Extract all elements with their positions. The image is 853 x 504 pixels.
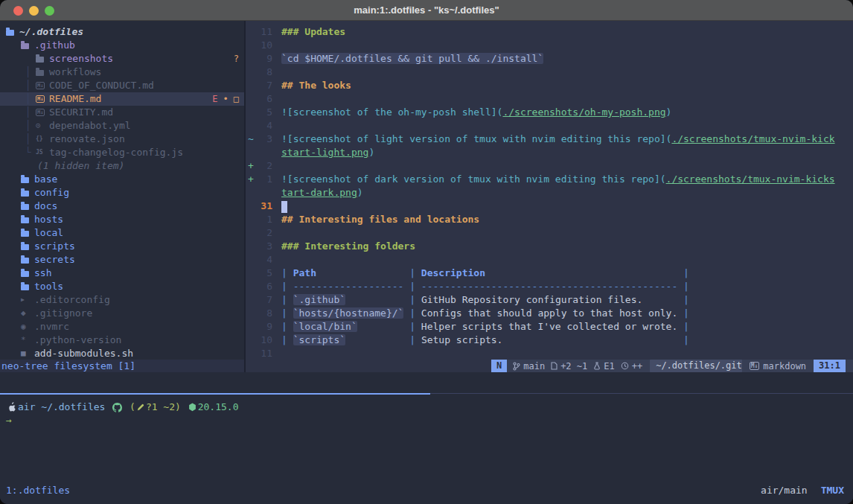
editor-line[interactable]: 11### Updates	[246, 25, 853, 39]
tree-item-ssh[interactable]: ssh	[0, 267, 246, 280]
folder-icon	[21, 216, 33, 223]
gutter-sign	[246, 92, 256, 106]
tree-item-editorconfig[interactable]: ▶.editorconfig	[0, 293, 246, 307]
tree-item-nvmrc[interactable]: ◉.nvmrc	[0, 320, 246, 334]
line-text: ### Updates	[272, 25, 345, 39]
editor-line[interactable]: 9`cd $HOME/.dotfiles && git pull && ./in…	[246, 52, 853, 66]
maximize-icon[interactable]	[45, 6, 54, 16]
line-text	[272, 66, 281, 79]
line-number: 8	[256, 307, 272, 320]
editor-line[interactable]: +1![screenshot of dark version of tmux w…	[246, 173, 853, 186]
git-status-open: (	[130, 401, 135, 414]
line-number: 6	[256, 92, 272, 106]
node-icon	[188, 403, 197, 412]
tree-item-secrets[interactable]: secrets	[0, 253, 246, 267]
editor-line[interactable]: 9| `local/bin` | Helper scripts that I'v…	[246, 320, 853, 334]
tmux-session-label: air/main	[761, 484, 808, 497]
editor-line[interactable]: 10	[246, 39, 853, 52]
line-text	[272, 119, 281, 133]
tree-item-security-md[interactable]: │M↓SECURITY.md	[0, 106, 246, 119]
editor-line[interactable]: 7| `.github` | GitHub Repository configu…	[246, 293, 853, 307]
editor-line[interactable]: 8	[246, 66, 853, 79]
editor-line[interactable]: 6| ------------------- | ---------------…	[246, 280, 853, 293]
current-directory: ~/.dotfiles	[41, 401, 105, 414]
tree-item-label: local	[34, 226, 63, 240]
gutter-sign	[246, 347, 256, 360]
editor-line[interactable]: 3### Interesting folders	[246, 240, 853, 253]
node-version-icon: ◉	[21, 320, 33, 334]
indent-guide: │	[25, 133, 36, 146]
tmux-status-bar: 1:.dotfiles air/main TMUX	[0, 479, 853, 504]
tree-item-docs[interactable]: docs	[0, 200, 246, 213]
tree-item-renovate-json[interactable]: │{}renovate.json	[0, 133, 246, 146]
editor-line[interactable]: 8| `hosts/{hostname}/` | Configs that sh…	[246, 307, 853, 320]
git-status-close: )	[175, 401, 181, 414]
shell-pane[interactable]: air ~/.dotfiles ( ?1 ~2 )	[0, 395, 853, 479]
tree-item-gitignore[interactable]: ◆.gitignore	[0, 307, 246, 320]
command-line-area	[0, 372, 853, 393]
editor-line[interactable]: +2	[246, 159, 853, 173]
line-text: | `scripts` | Setup scripts. |	[272, 334, 689, 347]
braces-icon: {}	[36, 133, 48, 146]
tree-item-python-version[interactable]: *.python-version	[0, 334, 246, 347]
gutter-sign	[246, 186, 256, 200]
tree-item-dotfiles[interactable]: ~/.dotfiles	[0, 25, 246, 39]
tmux-window-label[interactable]: 1:.dotfiles	[6, 484, 70, 497]
editor-line[interactable]: 7## The looks	[246, 79, 853, 92]
flask-icon	[593, 362, 601, 370]
tree-item-code-of-conduct-md[interactable]: │M↓CODE_OF_CONDUCT.md	[0, 79, 246, 92]
editor-line[interactable]: 2	[246, 226, 853, 240]
shell-prompt: air ~/.dotfiles ( ?1 ~2 )	[6, 401, 853, 414]
tmux-pane-divider[interactable]	[430, 393, 853, 394]
editor-line[interactable]: ~3![screenshot of light version of tmux …	[246, 133, 853, 146]
editor-line[interactable]: tart-dark.png)	[246, 186, 853, 200]
tree-item-tools[interactable]: tools	[0, 280, 246, 293]
tree-item-label: .python-version	[34, 334, 121, 347]
line-number: 9	[256, 52, 272, 66]
tree-item-1-hidden-item[interactable]: (1 hidden item)	[0, 159, 246, 173]
editor-line[interactable]: 6	[246, 92, 853, 106]
tree-item-hosts[interactable]: hosts	[0, 213, 246, 226]
tree-item-label: renovate.json	[49, 133, 125, 146]
window-controls	[13, 6, 54, 16]
line-text	[272, 253, 281, 267]
tree-item-github[interactable]: .github	[0, 39, 246, 52]
editor-line[interactable]: start-light.png)	[246, 146, 853, 159]
tree-item-screenshots[interactable]: screenshots?	[0, 52, 246, 66]
editor-line[interactable]: 11	[246, 347, 853, 360]
tree-item-label: ~/.dotfiles	[19, 25, 83, 39]
line-text: ![screenshot of light version of tmux wi…	[272, 133, 835, 146]
diagnostics-count: E1	[604, 360, 614, 373]
editor-line[interactable]: 10| `scripts` | Setup scripts. |	[246, 334, 853, 347]
indent-guide: │	[25, 66, 36, 79]
tree-item-config[interactable]: config	[0, 186, 246, 200]
tree-item-local[interactable]: local	[0, 226, 246, 240]
gutter-sign: ~	[246, 133, 256, 146]
file-tree-panel: ~/.dotfiles.githubscreenshots?│workflows…	[0, 21, 246, 372]
tree-item-base[interactable]: base	[0, 173, 246, 186]
editor-pane[interactable]: 11### Updates109`cd $HOME/.dotfiles && g…	[246, 21, 853, 372]
line-text: ![screenshot of dark version of tmux wit…	[272, 173, 835, 186]
tree-item-workflows[interactable]: │workflows	[0, 66, 246, 79]
tree-item-dependabot-yml[interactable]: │⊙dependabot.yml	[0, 119, 246, 133]
tree-item-add-submodules-sh[interactable]: ■add-submodules.sh	[0, 347, 246, 360]
editor-line[interactable]: 4	[246, 119, 853, 133]
gutter-sign	[246, 25, 256, 39]
tree-item-readme-md[interactable]: │M↓README.mdE•□	[0, 92, 246, 106]
editor-line[interactable]: 5| Path | Description |	[246, 267, 853, 280]
line-text	[272, 226, 281, 240]
tree-item-tag-changelog-config-js[interactable]: └JStag-changelog-config.js	[0, 146, 246, 159]
line-number: 2	[256, 226, 272, 240]
github-icon	[112, 403, 122, 412]
branch-name: main	[523, 360, 545, 373]
editor-line[interactable]: 1## Interesting files and locations	[246, 213, 853, 226]
editor-line[interactable]: 31	[246, 200, 853, 213]
tree-item-scripts[interactable]: scripts	[0, 240, 246, 253]
editor-line[interactable]: 5![screenshot of the oh-my-posh shell](.…	[246, 106, 853, 119]
line-number	[256, 146, 272, 159]
minimize-icon[interactable]	[29, 6, 39, 16]
editor-line[interactable]: 4	[246, 253, 853, 267]
gutter-sign	[246, 146, 256, 159]
close-icon[interactable]	[13, 6, 23, 16]
tree-item-label: README.md	[49, 92, 101, 106]
